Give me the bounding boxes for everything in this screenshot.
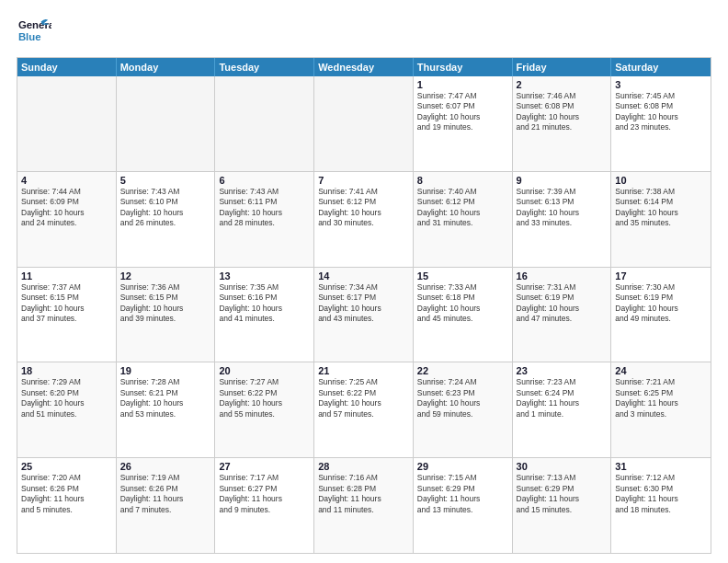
day-info: Sunrise: 7:20 AM Sunset: 6:26 PM Dayligh…	[21, 473, 112, 515]
empty-cell	[17, 76, 117, 171]
day-cell-28: 28Sunrise: 7:16 AM Sunset: 6:28 PM Dayli…	[314, 458, 414, 553]
day-cell-29: 29Sunrise: 7:15 AM Sunset: 6:29 PM Dayli…	[414, 458, 513, 553]
weekday-header-sunday: Sunday	[17, 58, 117, 76]
day-cell-17: 17Sunrise: 7:30 AM Sunset: 6:19 PM Dayli…	[611, 268, 711, 362]
day-number: 18	[21, 365, 112, 376]
weekday-header-wednesday: Wednesday	[314, 58, 414, 76]
day-cell-27: 27Sunrise: 7:17 AM Sunset: 6:27 PM Dayli…	[215, 458, 314, 553]
empty-cell	[215, 76, 314, 171]
day-cell-14: 14Sunrise: 7:34 AM Sunset: 6:17 PM Dayli…	[314, 268, 414, 362]
day-number: 5	[120, 175, 211, 186]
calendar-row-2: 11Sunrise: 7:37 AM Sunset: 6:15 PM Dayli…	[17, 267, 711, 362]
day-info: Sunrise: 7:47 AM Sunset: 6:07 PM Dayligh…	[417, 91, 508, 133]
day-number: 19	[120, 365, 211, 376]
day-number: 6	[219, 175, 310, 186]
day-cell-11: 11Sunrise: 7:37 AM Sunset: 6:15 PM Dayli…	[17, 268, 117, 362]
day-number: 16	[517, 270, 608, 282]
day-cell-19: 19Sunrise: 7:28 AM Sunset: 6:21 PM Dayli…	[117, 362, 216, 457]
day-number: 11	[21, 270, 112, 282]
day-info: Sunrise: 7:29 AM Sunset: 6:20 PM Dayligh…	[21, 377, 112, 419]
day-info: Sunrise: 7:21 AM Sunset: 6:25 PM Dayligh…	[615, 377, 707, 419]
day-number: 15	[417, 270, 508, 282]
weekday-header-thursday: Thursday	[414, 58, 513, 76]
day-number: 13	[219, 270, 310, 282]
header: General Blue	[17, 15, 711, 50]
calendar-body: 1Sunrise: 7:47 AM Sunset: 6:07 PM Daylig…	[17, 76, 711, 553]
day-info: Sunrise: 7:16 AM Sunset: 6:28 PM Dayligh…	[318, 473, 409, 515]
day-info: Sunrise: 7:39 AM Sunset: 6:13 PM Dayligh…	[517, 187, 608, 229]
day-info: Sunrise: 7:19 AM Sunset: 6:26 PM Dayligh…	[120, 473, 211, 515]
empty-cell	[117, 76, 216, 171]
day-cell-12: 12Sunrise: 7:36 AM Sunset: 6:15 PM Dayli…	[117, 268, 216, 362]
day-cell-24: 24Sunrise: 7:21 AM Sunset: 6:25 PM Dayli…	[611, 362, 711, 457]
day-number: 20	[219, 365, 310, 376]
day-cell-13: 13Sunrise: 7:35 AM Sunset: 6:16 PM Dayli…	[215, 268, 314, 362]
day-info: Sunrise: 7:13 AM Sunset: 6:29 PM Dayligh…	[517, 473, 608, 515]
day-info: Sunrise: 7:12 AM Sunset: 6:30 PM Dayligh…	[615, 473, 707, 515]
day-number: 1	[417, 79, 508, 90]
day-number: 9	[517, 175, 608, 186]
day-number: 28	[318, 461, 409, 472]
day-cell-26: 26Sunrise: 7:19 AM Sunset: 6:26 PM Dayli…	[117, 458, 216, 553]
day-info: Sunrise: 7:37 AM Sunset: 6:15 PM Dayligh…	[21, 282, 112, 325]
calendar-header: SundayMondayTuesdayWednesdayThursdayFrid…	[17, 58, 711, 76]
calendar-row-1: 4Sunrise: 7:44 AM Sunset: 6:09 PM Daylig…	[17, 171, 711, 267]
weekday-header-saturday: Saturday	[611, 58, 711, 76]
day-cell-23: 23Sunrise: 7:23 AM Sunset: 6:24 PM Dayli…	[513, 362, 612, 457]
day-number: 10	[615, 175, 707, 186]
day-cell-18: 18Sunrise: 7:29 AM Sunset: 6:20 PM Dayli…	[17, 362, 117, 457]
day-info: Sunrise: 7:15 AM Sunset: 6:29 PM Dayligh…	[417, 473, 508, 515]
day-cell-2: 2Sunrise: 7:46 AM Sunset: 6:08 PM Daylig…	[513, 76, 612, 171]
day-info: Sunrise: 7:33 AM Sunset: 6:18 PM Dayligh…	[417, 282, 508, 325]
svg-text:General: General	[18, 19, 51, 30]
day-info: Sunrise: 7:25 AM Sunset: 6:22 PM Dayligh…	[318, 377, 409, 419]
day-cell-8: 8Sunrise: 7:40 AM Sunset: 6:12 PM Daylig…	[414, 172, 513, 267]
day-number: 29	[417, 461, 508, 472]
day-info: Sunrise: 7:45 AM Sunset: 6:08 PM Dayligh…	[615, 91, 707, 133]
weekday-header-friday: Friday	[513, 58, 612, 76]
day-info: Sunrise: 7:40 AM Sunset: 6:12 PM Dayligh…	[417, 187, 508, 229]
day-cell-9: 9Sunrise: 7:39 AM Sunset: 6:13 PM Daylig…	[513, 172, 612, 267]
day-cell-3: 3Sunrise: 7:45 AM Sunset: 6:08 PM Daylig…	[611, 76, 711, 171]
day-info: Sunrise: 7:44 AM Sunset: 6:09 PM Dayligh…	[21, 187, 112, 229]
day-number: 12	[120, 270, 211, 282]
day-info: Sunrise: 7:35 AM Sunset: 6:16 PM Dayligh…	[219, 282, 310, 325]
day-number: 27	[219, 461, 310, 472]
day-number: 21	[318, 365, 409, 376]
day-number: 2	[517, 79, 608, 90]
day-info: Sunrise: 7:41 AM Sunset: 6:12 PM Dayligh…	[318, 187, 409, 229]
calendar-row-3: 18Sunrise: 7:29 AM Sunset: 6:20 PM Dayli…	[17, 362, 711, 457]
logo-icon: General Blue	[17, 15, 51, 50]
day-number: 7	[318, 175, 409, 186]
day-cell-4: 4Sunrise: 7:44 AM Sunset: 6:09 PM Daylig…	[17, 172, 117, 267]
day-cell-30: 30Sunrise: 7:13 AM Sunset: 6:29 PM Dayli…	[513, 458, 612, 553]
day-info: Sunrise: 7:28 AM Sunset: 6:21 PM Dayligh…	[120, 377, 211, 419]
day-number: 17	[615, 270, 707, 282]
day-info: Sunrise: 7:27 AM Sunset: 6:22 PM Dayligh…	[219, 377, 310, 419]
day-cell-1: 1Sunrise: 7:47 AM Sunset: 6:07 PM Daylig…	[414, 76, 513, 171]
calendar-row-4: 25Sunrise: 7:20 AM Sunset: 6:26 PM Dayli…	[17, 457, 711, 553]
day-number: 14	[318, 270, 409, 282]
calendar-row-0: 1Sunrise: 7:47 AM Sunset: 6:07 PM Daylig…	[17, 76, 711, 171]
day-number: 22	[417, 365, 508, 376]
day-cell-16: 16Sunrise: 7:31 AM Sunset: 6:19 PM Dayli…	[513, 268, 612, 362]
day-number: 23	[517, 365, 608, 376]
day-info: Sunrise: 7:34 AM Sunset: 6:17 PM Dayligh…	[318, 282, 409, 325]
day-cell-25: 25Sunrise: 7:20 AM Sunset: 6:26 PM Dayli…	[17, 458, 117, 553]
day-cell-20: 20Sunrise: 7:27 AM Sunset: 6:22 PM Dayli…	[215, 362, 314, 457]
day-number: 26	[120, 461, 211, 472]
day-cell-5: 5Sunrise: 7:43 AM Sunset: 6:10 PM Daylig…	[117, 172, 216, 267]
day-cell-31: 31Sunrise: 7:12 AM Sunset: 6:30 PM Dayli…	[611, 458, 711, 553]
day-info: Sunrise: 7:17 AM Sunset: 6:27 PM Dayligh…	[219, 473, 310, 515]
day-info: Sunrise: 7:38 AM Sunset: 6:14 PM Dayligh…	[615, 187, 707, 229]
day-number: 30	[517, 461, 608, 472]
day-number: 31	[615, 461, 707, 472]
day-info: Sunrise: 7:31 AM Sunset: 6:19 PM Dayligh…	[517, 282, 608, 325]
day-info: Sunrise: 7:23 AM Sunset: 6:24 PM Dayligh…	[517, 377, 608, 419]
svg-text:Blue: Blue	[18, 31, 41, 42]
day-info: Sunrise: 7:30 AM Sunset: 6:19 PM Dayligh…	[615, 282, 707, 325]
day-cell-21: 21Sunrise: 7:25 AM Sunset: 6:22 PM Dayli…	[314, 362, 414, 457]
day-number: 4	[21, 175, 112, 186]
day-cell-15: 15Sunrise: 7:33 AM Sunset: 6:18 PM Dayli…	[414, 268, 513, 362]
day-info: Sunrise: 7:24 AM Sunset: 6:23 PM Dayligh…	[417, 377, 508, 419]
